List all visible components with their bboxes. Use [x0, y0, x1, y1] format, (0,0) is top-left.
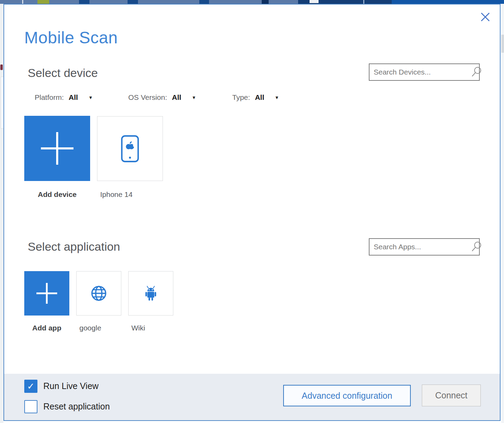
device-search-input[interactable] — [370, 64, 470, 80]
select-device-heading: Select device — [28, 66, 98, 80]
strip-segment — [79, 0, 89, 4]
device-filters: Platform: All ▼ OS Version: All ▼ Type: … — [4, 92, 500, 103]
filter-platform-label: Platform: — [35, 93, 64, 102]
mobile-scan-dialog: Mobile Scan Select device Platform: All … — [3, 4, 501, 421]
background-marker — [0, 64, 3, 70]
device-name-label: Iphone 14 — [100, 190, 166, 199]
apple-logo — [126, 141, 136, 149]
strip-glyph — [363, 0, 364, 4]
add-app-label: Add app — [24, 324, 69, 332]
reset-application-checkbox[interactable] — [24, 400, 37, 413]
add-device-tile[interactable] — [24, 116, 90, 181]
android-icon — [142, 285, 159, 301]
dialog-footer: ✓ Run Live View Reset application Advanc… — [4, 374, 500, 420]
strip-segment — [128, 0, 138, 4]
strip-segment — [199, 0, 209, 4]
strip-segment — [392, 0, 504, 4]
chevron-down-icon[interactable]: ▼ — [88, 95, 93, 100]
add-device-label: Add device — [24, 190, 90, 199]
device-tile-iphone14[interactable] — [97, 116, 163, 181]
advanced-configuration-button[interactable]: Advanced configuration — [283, 385, 411, 406]
strip-segment — [37, 0, 49, 4]
chevron-down-icon[interactable]: ▼ — [275, 95, 279, 100]
app-name-label: Wiki — [131, 324, 180, 332]
background-window-strip — [0, 0, 504, 4]
filter-type-label: Type: — [232, 93, 250, 102]
filter-type-value[interactable]: All — [255, 93, 264, 102]
close-button[interactable] — [478, 10, 492, 24]
scrollbar-thumb[interactable] — [501, 35, 504, 53]
screen: Mobile Scan Select device Platform: All … — [0, 0, 504, 423]
app-tile-wiki[interactable] — [128, 271, 173, 316]
run-live-view-checkbox[interactable]: ✓ — [24, 380, 37, 393]
plus-icon — [40, 131, 75, 166]
search-icon[interactable] — [470, 66, 482, 78]
globe-icon — [90, 285, 107, 302]
plus-icon — [36, 282, 58, 304]
filter-platform[interactable]: Platform: All ▼ — [35, 92, 93, 103]
run-live-view-label[interactable]: Run Live View — [43, 381, 98, 391]
filter-os-label: OS Version: — [128, 93, 167, 102]
iphone-icon — [121, 135, 139, 163]
app-name-label: google — [79, 324, 128, 332]
dialog-title: Mobile Scan — [24, 28, 118, 47]
filter-os-value[interactable]: All — [172, 93, 181, 102]
filter-platform-value[interactable]: All — [69, 93, 78, 102]
select-application-heading: Select application — [28, 240, 120, 253]
connect-button[interactable]: Connect — [422, 385, 481, 406]
search-icon[interactable] — [470, 241, 482, 253]
device-search-box — [369, 63, 480, 81]
app-tile-google[interactable] — [76, 271, 121, 316]
app-search-input[interactable] — [370, 239, 470, 255]
background-left-sliver — [0, 4, 3, 423]
add-app-tile[interactable] — [24, 271, 69, 316]
app-search-box — [369, 238, 480, 256]
window-icon — [310, 0, 319, 4]
background-panel-edge — [1, 77, 3, 129]
strip-glyph — [22, 0, 23, 4]
filter-type[interactable]: Type: All ▼ — [232, 92, 279, 103]
background-right-sliver — [501, 4, 504, 423]
chevron-down-icon[interactable]: ▼ — [192, 95, 196, 100]
filter-os-version[interactable]: OS Version: All ▼ — [128, 92, 196, 103]
strip-segment — [262, 0, 269, 4]
reset-application-label[interactable]: Reset application — [43, 402, 110, 412]
checkmark-icon: ✓ — [27, 382, 35, 391]
close-icon — [480, 12, 490, 22]
